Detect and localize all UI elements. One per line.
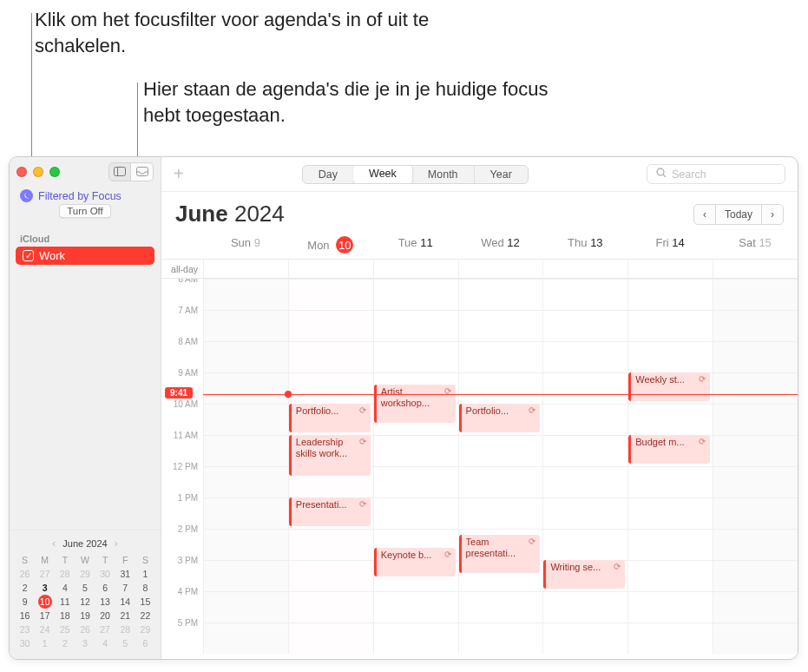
search-field[interactable]	[647, 164, 785, 184]
grid-cell[interactable]	[203, 560, 288, 591]
mini-day[interactable]: 22	[135, 609, 155, 623]
grid-cell[interactable]	[373, 341, 458, 372]
mini-day[interactable]: 12	[75, 595, 95, 609]
event[interactable]: Writing se...⟳	[543, 560, 625, 589]
grid-cell[interactable]	[373, 591, 458, 623]
grid-cell[interactable]	[288, 623, 373, 654]
add-event-button[interactable]: +	[174, 164, 184, 184]
grid-cell[interactable]	[373, 435, 458, 466]
inbox-button[interactable]	[131, 162, 154, 181]
mini-day[interactable]: 2	[55, 636, 75, 650]
grid-cell[interactable]	[458, 497, 543, 529]
mini-day[interactable]: 21	[115, 609, 135, 623]
event[interactable]: Portfolio...⟳	[289, 404, 371, 432]
mini-day[interactable]: 28	[55, 567, 75, 581]
grid-cell[interactable]	[203, 529, 288, 560]
grid-cell[interactable]	[713, 466, 798, 497]
view-week[interactable]: Week	[353, 165, 413, 184]
view-year[interactable]: Year	[475, 166, 528, 183]
mini-day[interactable]: 2	[15, 581, 35, 595]
grid-cell[interactable]	[627, 497, 713, 529]
search-input[interactable]	[672, 168, 776, 181]
mini-day[interactable]: 1	[35, 636, 55, 650]
prev-week-button[interactable]: ‹	[693, 204, 716, 225]
grid-cell[interactable]	[288, 310, 373, 341]
event[interactable]: Artist workshop...⟳	[374, 385, 456, 423]
grid-cell[interactable]	[373, 623, 458, 654]
grid-cell[interactable]	[627, 529, 713, 560]
grid-cell[interactable]	[288, 529, 373, 560]
grid-cell[interactable]	[542, 279, 627, 310]
grid-cell[interactable]	[713, 560, 798, 591]
mini-day[interactable]: 5	[115, 636, 135, 650]
grid-cell[interactable]	[373, 466, 458, 497]
grid-cell[interactable]	[288, 591, 373, 623]
grid-cell[interactable]	[373, 497, 458, 529]
grid-cell[interactable]	[458, 279, 543, 310]
week-grid[interactable]: 6 AM7 AM8 AM9 AM10 AM11 AM12 PM1 PM2 PM3…	[161, 279, 798, 659]
grid-cell[interactable]	[288, 372, 373, 404]
view-day[interactable]: Day	[303, 166, 354, 183]
mini-day[interactable]: 25	[55, 623, 75, 636]
focus-filter-indicator[interactable]: Filtered by Focus	[10, 186, 161, 204]
day-header[interactable]: Wed 12	[458, 236, 543, 254]
mini-prev-month[interactable]: ‹	[52, 537, 56, 550]
grid-cell[interactable]	[203, 623, 288, 654]
grid-cell[interactable]	[713, 497, 798, 529]
grid-cell[interactable]	[713, 529, 798, 560]
grid-cell[interactable]	[542, 623, 627, 654]
mini-day[interactable]: 13	[95, 595, 115, 609]
grid-cell[interactable]	[627, 591, 713, 623]
event[interactable]: Weekly st...⟳	[628, 372, 710, 401]
grid-cell[interactable]	[203, 497, 288, 529]
day-header[interactable]: Thu 13	[542, 236, 627, 254]
view-month[interactable]: Month	[412, 166, 475, 183]
mini-day[interactable]: 10	[38, 595, 52, 609]
grid-cell[interactable]	[288, 341, 373, 372]
mini-day[interactable]: 27	[35, 567, 55, 581]
mini-day[interactable]: 30	[95, 567, 115, 581]
day-header[interactable]: Fri 14	[627, 236, 713, 254]
grid-cell[interactable]	[542, 529, 627, 560]
grid-cell[interactable]	[542, 591, 627, 623]
grid-cell[interactable]	[203, 435, 288, 466]
grid-cell[interactable]	[627, 279, 713, 310]
grid-cell[interactable]	[542, 466, 627, 497]
grid-cell[interactable]	[542, 372, 627, 404]
mini-day[interactable]: 31	[115, 567, 135, 581]
mini-day[interactable]: 29	[135, 623, 155, 636]
grid-cell[interactable]	[203, 279, 288, 310]
event[interactable]: Presentati...⟳	[289, 497, 371, 526]
grid-cell[interactable]	[203, 466, 288, 497]
grid-cell[interactable]	[713, 591, 798, 623]
mini-day[interactable]: 5	[75, 581, 95, 595]
mini-day[interactable]: 23	[15, 623, 35, 636]
grid-cell[interactable]	[627, 466, 713, 497]
toggle-sidebar-button[interactable]	[108, 162, 131, 181]
mini-day[interactable]: 17	[35, 609, 55, 623]
close-button[interactable]	[16, 167, 27, 177]
mini-day[interactable]: 3	[75, 636, 95, 650]
mini-day[interactable]: 29	[75, 567, 95, 581]
calendar-item-work[interactable]: ✓ Work	[16, 247, 154, 265]
event[interactable]: Team presentati...⟳	[459, 535, 541, 573]
grid-cell[interactable]	[458, 435, 543, 466]
mini-day[interactable]: 3	[35, 581, 55, 595]
day-header[interactable]: Mon 10	[288, 236, 373, 254]
grid-cell[interactable]	[627, 560, 713, 591]
grid-cell[interactable]	[458, 310, 543, 341]
grid-cell[interactable]	[458, 341, 543, 372]
maximize-button[interactable]	[49, 167, 60, 177]
mini-day[interactable]: 4	[95, 636, 115, 650]
grid-cell[interactable]	[203, 310, 288, 341]
grid-cell[interactable]	[458, 466, 543, 497]
mini-day[interactable]: 9	[15, 595, 35, 609]
grid-cell[interactable]	[458, 372, 543, 404]
grid-cell[interactable]	[627, 623, 713, 654]
grid-cell[interactable]	[713, 372, 798, 404]
grid-cell[interactable]	[542, 341, 627, 372]
next-week-button[interactable]: ›	[761, 204, 784, 225]
grid-cell[interactable]	[713, 404, 798, 435]
mini-day[interactable]: 11	[55, 595, 75, 609]
grid-cell[interactable]	[627, 310, 713, 341]
